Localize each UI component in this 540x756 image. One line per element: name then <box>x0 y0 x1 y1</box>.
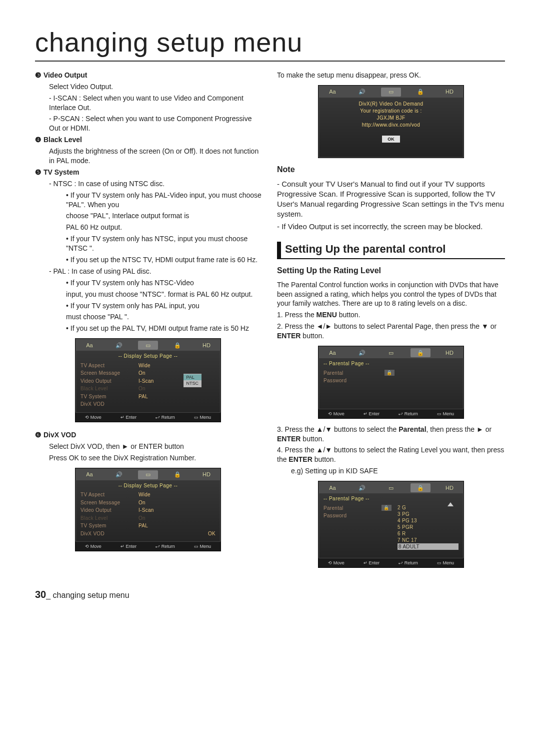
osd-body: Parental🔒Password 2 G3 PG4 PG 135 PGR6 R… <box>318 504 464 554</box>
enter-icon: ↵ <box>364 411 368 417</box>
text: - NTSC : In case of using NTSC disc. <box>35 179 263 189</box>
video-output-label: ❸ Video Output <box>35 71 88 79</box>
text: - I-SCAN : Select when you want to use V… <box>35 94 263 113</box>
osd-row: Screen MessageOn <box>80 499 216 507</box>
text: Select Video Output. <box>35 82 263 92</box>
osd-row: Password <box>324 512 392 520</box>
menu-icon: ▭ <box>194 414 198 420</box>
osd-row-label: DivX VOD <box>80 530 136 537</box>
step-2: 2. Press the ◄/► buttons to select Paren… <box>277 322 505 341</box>
osd-divx-text: DivX(R) Video On DemandYour registration… <box>318 98 464 134</box>
text: The Parental Control function works in c… <box>277 280 505 309</box>
tab-display-icon: ▭ <box>138 341 158 350</box>
osd-row: TV AspectWide <box>80 362 216 370</box>
return-icon: ⮐ <box>156 414 160 420</box>
subsection-rating-level: Setting Up the Rating Level <box>277 265 505 276</box>
scroll-up-icon <box>448 502 454 506</box>
osd-row-label: Password <box>324 377 378 384</box>
page-title: changing setup menu <box>35 24 505 62</box>
osd-row: TV SystemPAL <box>80 522 216 530</box>
page-number: 30 <box>35 589 46 600</box>
tab-lock-icon: 🔒 <box>410 88 430 97</box>
tab-display-icon: ▭ <box>138 470 158 479</box>
osd-row: DivX VODOK <box>80 530 216 538</box>
tab-language-icon: Aa <box>322 483 342 492</box>
move-icon: ⟲ <box>328 560 332 566</box>
osd-parental-ratings: Aa 🔊 ▭ 🔒 HD -- Parental Page -- Parental… <box>318 481 464 568</box>
menu-icon: ▭ <box>437 560 442 566</box>
osd-row-label: Video Output <box>80 507 136 514</box>
rating-item: 8 ADULT <box>398 543 458 550</box>
text: must choose "PAL ". <box>35 312 263 322</box>
step-1: 1. Press the MENU button. <box>277 310 505 320</box>
tv-system-label: ❺ TV System <box>35 168 79 176</box>
osd-body: Parental🔒Password <box>318 369 464 389</box>
tab-display-icon: ▭ <box>381 483 401 492</box>
osd-row-label: Video Output <box>80 378 136 385</box>
osd-row-value: On <box>138 499 146 506</box>
move-icon: ⟲ <box>328 411 332 417</box>
osd-ok-button: OK <box>382 136 400 143</box>
text: • If your TV system only has PAL-Video i… <box>35 191 263 210</box>
text: • If your TV system only has NTSC-Video <box>35 278 263 288</box>
osd-row-label: Password <box>324 512 378 519</box>
tab-language-icon: Aa <box>322 88 342 97</box>
tab-hd-icon: HD <box>440 483 460 492</box>
osd-row-label: TV System <box>80 522 136 529</box>
osd-row-value: On <box>138 385 146 392</box>
osd-row: Video OutputI-Scan <box>80 506 216 514</box>
tab-audio-icon: 🔊 <box>352 483 372 492</box>
tab-lock-icon: 🔒 <box>168 470 188 479</box>
tab-audio-icon: 🔊 <box>352 348 372 357</box>
tab-lock-icon: 🔒 <box>410 483 430 492</box>
tab-hd-icon: HD <box>196 341 216 350</box>
text: To make the setup menu disappear, press … <box>277 71 505 80</box>
osd-footer-bar: ⟲Move ↵Enter ⮐Return ▭Menu <box>76 412 220 422</box>
osd-row-value: I-Scan <box>138 378 154 385</box>
osd-row-value: I-Scan <box>138 507 154 514</box>
osd-row: DivX VOD <box>80 400 216 408</box>
step-3: 3. Press the ▲/▼ buttons to select the P… <box>277 425 505 444</box>
enter-icon: ↵ <box>364 560 368 566</box>
osd-row: Black LevelOn <box>80 514 216 522</box>
note-label: Note <box>277 164 505 175</box>
osd-row-value: Wide <box>138 362 150 369</box>
text: • If you set up the PAL TV, HDMI output … <box>35 324 263 333</box>
osd-row-label: Black Level <box>80 385 136 392</box>
text: - PAL : In case of using PAL disc. <box>35 267 263 276</box>
osd-row-label: Black Level <box>80 515 136 522</box>
osd-row: Parental🔒 <box>324 369 458 377</box>
tab-lock-icon: 🔒 <box>168 341 188 350</box>
osd-dropdown-item: NTSC <box>184 380 202 386</box>
menu-icon: ▭ <box>194 543 198 549</box>
text: - P-SCAN : Select when you want to use C… <box>35 114 263 133</box>
text: choose "PAL", Interlace output format is <box>35 211 263 221</box>
osd-dropdown-item: PAL <box>184 374 202 380</box>
text: Adjusts the brightness of the screen (On… <box>35 147 263 166</box>
tab-language-icon: Aa <box>322 348 342 357</box>
osd-row-label: DivX VOD <box>80 401 136 408</box>
lock-icon: 🔒 <box>384 370 394 376</box>
osd-title: -- Parental Page -- <box>318 493 464 504</box>
osd-row-label: TV System <box>80 393 136 400</box>
osd-row: TV AspectWide <box>80 491 216 499</box>
tab-audio-icon: 🔊 <box>109 470 129 479</box>
return-icon: ⮐ <box>398 560 403 566</box>
osd-row-label: Parental <box>324 505 378 512</box>
tab-audio-icon: 🔊 <box>352 88 372 97</box>
osd-parental-page: Aa 🔊 ▭ 🔒 HD -- Parental Page -- Parental… <box>318 346 464 419</box>
rating-item: 5 PGR <box>398 524 458 530</box>
rating-item: 3 PG <box>398 511 458 517</box>
return-icon: ⮐ <box>156 543 160 549</box>
osd-row: Parental🔒 <box>324 504 392 512</box>
osd-body: TV AspectWideScreen MessageOnVideo Outpu… <box>76 491 220 541</box>
move-icon: ⟲ <box>85 414 89 420</box>
osd-row-label: Screen Message <box>80 499 136 506</box>
osd-row-label: TV Aspect <box>80 362 136 369</box>
osd-divx-vod: Aa 🔊 ▭ 🔒 HD DivX(R) Video On DemandYour … <box>318 85 464 158</box>
black-level-label: ❹ Black Level <box>35 136 82 144</box>
osd-display-setup-2: Aa 🔊 ▭ 🔒 HD -- Display Setup Page -- TV … <box>75 468 221 552</box>
osd-row-action: OK <box>208 530 216 537</box>
osd-display-setup-1: Aa 🔊 ▭ 🔒 HD -- Display Setup Page -- TV … <box>75 338 221 422</box>
tab-language-icon: Aa <box>80 470 100 479</box>
